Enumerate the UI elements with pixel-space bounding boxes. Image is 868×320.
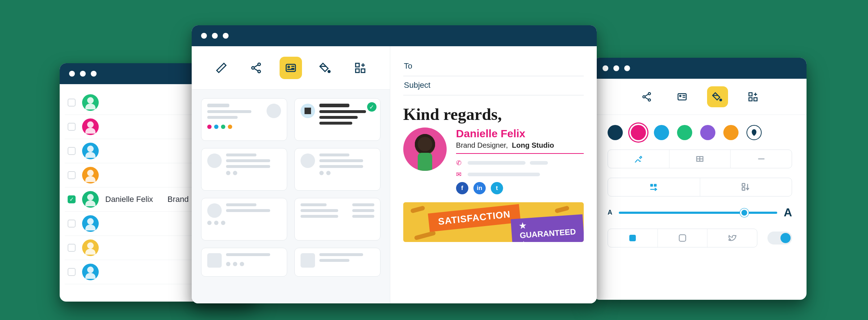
svg-rect-17: [749, 98, 752, 101]
color-swatch[interactable]: [608, 125, 623, 140]
user-avatar: [82, 191, 99, 208]
font-size-slider[interactable]: A A: [608, 206, 792, 219]
svg-rect-7: [361, 69, 365, 72]
brush-option[interactable]: [608, 150, 669, 168]
user-avatar: [82, 239, 99, 256]
main-toolbar: [192, 46, 390, 90]
apps-tab-button[interactable]: [743, 86, 763, 107]
checkbox[interactable]: ✓: [68, 195, 76, 203]
edit-tab-button[interactable]: [210, 57, 233, 79]
slider-thumb[interactable]: [740, 208, 749, 217]
titlebar: [192, 25, 597, 46]
style-tab-button[interactable]: [707, 86, 728, 107]
contact-phone: ✆: [456, 159, 584, 167]
signature-banner: SATISFACTION ★ GUARANTEED ★: [403, 202, 584, 242]
checkbox[interactable]: [68, 244, 76, 252]
template-card[interactable]: [201, 248, 287, 277]
color-palette: [608, 125, 792, 140]
user-avatar: [82, 118, 99, 135]
line-option[interactable]: [731, 150, 792, 168]
social-style-segment[interactable]: [608, 229, 757, 247]
color-swatch[interactable]: [700, 125, 715, 140]
svg-rect-20: [654, 184, 657, 187]
font-large-label: A: [784, 206, 792, 219]
window-dot: [212, 33, 218, 39]
checkbox[interactable]: [68, 220, 76, 228]
checkbox[interactable]: [68, 147, 76, 155]
svg-rect-6: [356, 63, 359, 67]
font-small-label: A: [608, 209, 612, 216]
template-card[interactable]: [201, 148, 287, 191]
window-dot: [69, 71, 75, 77]
apps-tab-button[interactable]: [349, 57, 371, 79]
stroke-style-segment[interactable]: [608, 150, 792, 168]
template-card[interactable]: [294, 198, 380, 241]
svg-rect-24: [679, 235, 686, 241]
checkbox[interactable]: [68, 171, 76, 179]
svg-rect-15: [749, 92, 752, 96]
svg-rect-8: [356, 69, 359, 72]
avatar-placeholder-icon: [301, 153, 315, 168]
user-avatar: [82, 94, 99, 111]
template-card[interactable]: [201, 198, 287, 241]
social-icon[interactable]: in: [473, 182, 486, 194]
social-plain-option[interactable]: [707, 229, 757, 247]
user-avatar: [82, 264, 99, 280]
layout-segment[interactable]: [608, 178, 792, 196]
grid-option[interactable]: [669, 150, 731, 168]
to-field[interactable]: To: [403, 57, 584, 76]
window-dot: [91, 71, 97, 77]
social-outline-option[interactable]: [658, 229, 708, 247]
svg-point-4: [288, 66, 289, 68]
svg-rect-21: [742, 183, 745, 186]
templates-tab-button[interactable]: [672, 86, 693, 107]
template-card-selected[interactable]: ✓: [294, 98, 380, 141]
window-dot: [603, 65, 608, 71]
style-tab-button[interactable]: [314, 57, 337, 79]
svg-rect-19: [650, 184, 653, 187]
subject-field[interactable]: Subject: [403, 76, 584, 95]
svg-point-5: [328, 70, 330, 73]
add-color-button[interactable]: [746, 125, 762, 140]
color-swatch[interactable]: [677, 125, 692, 140]
templates-tab-button[interactable]: [280, 57, 302, 79]
slider-track[interactable]: [619, 212, 777, 214]
style-window: A A: [593, 58, 807, 300]
avatar-placeholder-icon: [267, 104, 281, 118]
regards-text: Kind regards,: [403, 105, 584, 124]
window-dot: [223, 33, 229, 39]
templates-pane: ✓: [192, 46, 390, 303]
preview-pane: To Subject Kind regards, Danielle Felix …: [390, 46, 597, 303]
social-icons: fint: [456, 182, 584, 194]
signature-preview: Kind regards, Danielle Felix Brand Desig…: [403, 105, 584, 242]
phone-icon: ✆: [456, 159, 463, 167]
checkbox[interactable]: [68, 268, 76, 276]
social-icon[interactable]: f: [456, 182, 468, 194]
svg-rect-22: [742, 187, 745, 190]
svg-rect-23: [629, 235, 636, 241]
window-dot: [80, 71, 86, 77]
mail-icon: ✉: [456, 170, 463, 178]
toggle-knob: [780, 233, 791, 243]
svg-point-14: [720, 99, 722, 101]
color-swatch[interactable]: [654, 125, 669, 140]
checkbox[interactable]: [68, 123, 76, 131]
social-toggle[interactable]: [767, 232, 792, 245]
social-filled-option[interactable]: [608, 229, 658, 247]
share-tab-button[interactable]: [636, 86, 657, 107]
layout-v-option[interactable]: [700, 178, 792, 196]
template-card[interactable]: [294, 248, 380, 277]
titlebar: [593, 58, 807, 79]
window-dot: [613, 65, 619, 71]
signature-name: Danielle Felix: [456, 127, 584, 140]
social-icon[interactable]: t: [491, 182, 503, 194]
signature-title: Brand Designer, Long Studio: [456, 141, 584, 154]
window-dot: [624, 65, 630, 71]
layout-h-option[interactable]: [608, 178, 700, 196]
checkbox[interactable]: [68, 99, 76, 107]
color-swatch[interactable]: [631, 125, 646, 140]
template-card[interactable]: [201, 98, 287, 141]
share-tab-button[interactable]: [245, 57, 267, 79]
template-card[interactable]: [294, 148, 380, 191]
color-swatch[interactable]: [723, 125, 739, 140]
